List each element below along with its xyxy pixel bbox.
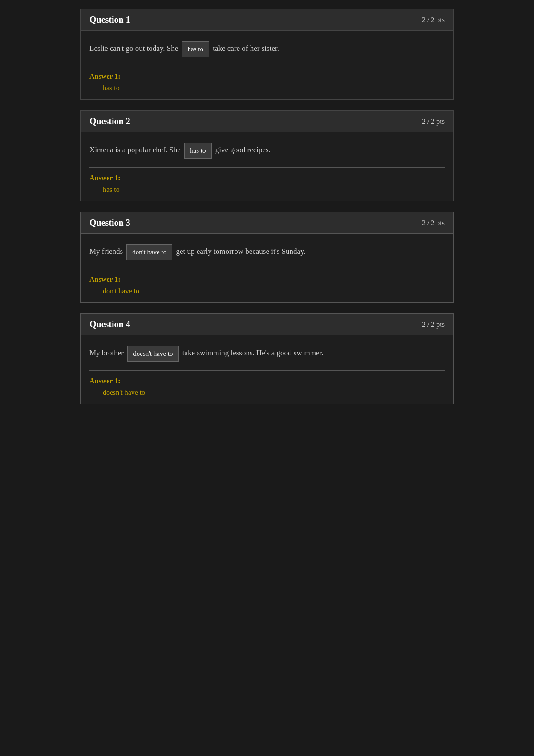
question-3-fill-in: don't have to [126,244,172,260]
question-4-answer-section: Answer 1: doesn't have to [89,370,445,397]
question-2-sentence-before: Ximena is a popular chef. She [89,146,181,154]
question-4-answer-label: Answer 1: [89,377,445,385]
question-1-answer-section: Answer 1: has to [89,66,445,92]
question-2-fill-in: has to [184,143,211,159]
question-2-points: 2 / 2 pts [422,118,445,126]
question-2-answer-value: has to [89,186,445,194]
question-3-answer-value: don't have to [89,287,445,295]
question-2-body: Ximena is a popular chef. She has to giv… [81,132,453,201]
question-4-sentence-after: take swimming lessons. He's a good swimm… [182,349,324,357]
question-3-title: Question 3 [89,218,130,228]
question-3-body: My friends don't have to get up early to… [81,234,453,302]
question-2-answer-section: Answer 1: has to [89,167,445,194]
question-3-header: Question 3 2 / 2 pts [81,212,453,234]
question-2-header: Question 2 2 / 2 pts [81,111,453,132]
question-1-header: Question 1 2 / 2 pts [81,9,453,31]
question-3-points: 2 / 2 pts [422,219,445,227]
question-2-block: Question 2 2 / 2 pts Ximena is a popular… [80,110,454,201]
question-1-answer-label: Answer 1: [89,73,445,81]
question-2-answer-label: Answer 1: [89,174,445,182]
question-3-answer-section: Answer 1: don't have to [89,269,445,295]
question-1-title: Question 1 [89,15,130,25]
question-1-fill-in: has to [182,41,209,57]
question-4-fill-in: doesn't have to [127,346,178,362]
question-1-sentence-after: take care of her sister. [213,44,279,53]
question-4-header: Question 4 2 / 2 pts [81,314,453,335]
question-1-answer-value: has to [89,84,445,92]
question-3-block: Question 3 2 / 2 pts My friends don't ha… [80,212,454,303]
question-4-sentence: My brother doesn't have to take swimming… [89,346,445,362]
question-1-points: 2 / 2 pts [422,16,445,24]
question-3-sentence-before: My friends [89,247,123,256]
question-4-block: Question 4 2 / 2 pts My brother doesn't … [80,313,454,404]
question-2-sentence-after: give good recipes. [215,146,271,154]
question-2-sentence: Ximena is a popular chef. She has to giv… [89,143,445,159]
question-2-title: Question 2 [89,116,130,126]
question-1-sentence-before: Leslie can't go out today. She [89,44,178,53]
question-3-answer-label: Answer 1: [89,276,445,284]
question-4-body: My brother doesn't have to take swimming… [81,335,453,404]
question-1-block: Question 1 2 / 2 pts Leslie can't go out… [80,9,454,100]
question-3-sentence-after: get up early tomorrow because it's Sunda… [176,247,305,256]
question-1-sentence: Leslie can't go out today. She has to ta… [89,41,445,57]
question-4-title: Question 4 [89,319,130,329]
question-1-body: Leslie can't go out today. She has to ta… [81,31,453,99]
question-4-points: 2 / 2 pts [422,321,445,329]
question-4-answer-value: doesn't have to [89,389,445,397]
question-4-sentence-before: My brother [89,349,124,357]
question-3-sentence: My friends don't have to get up early to… [89,244,445,260]
